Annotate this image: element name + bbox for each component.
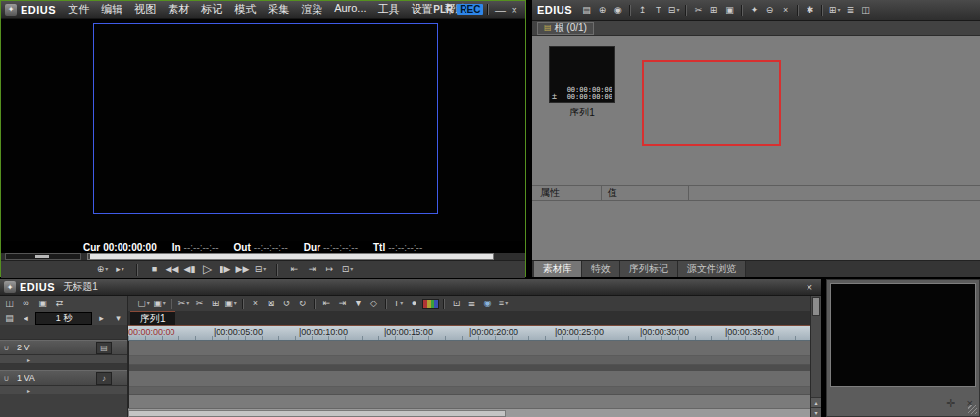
property-column-header[interactable]: 属性 bbox=[532, 186, 602, 200]
jog-slider[interactable] bbox=[5, 253, 81, 260]
minimize-button[interactable]: — bbox=[493, 4, 507, 16]
goto-out-button[interactable]: ⇥ bbox=[305, 263, 319, 276]
delete-clip-icon[interactable]: × bbox=[248, 298, 263, 310]
remove-icon[interactable]: ⊖ bbox=[762, 4, 777, 17]
save-project-icon[interactable]: ▣▾ bbox=[152, 298, 167, 310]
clip-item[interactable]: ± 00:00:00:00 00:00:00:00 序列1 bbox=[548, 46, 616, 119]
timeline-menu-icon[interactable]: ≡▾ bbox=[496, 298, 511, 310]
tab-effects[interactable]: 特效 bbox=[582, 261, 620, 277]
next-frame-button[interactable]: ▮▶ bbox=[218, 263, 232, 276]
redo-icon[interactable]: ↻ bbox=[295, 298, 310, 310]
dropdown-arrow-icon[interactable]: ▾ bbox=[147, 298, 150, 310]
scroll-up-button[interactable]: ▴ bbox=[811, 397, 821, 407]
create-title-icon[interactable]: T bbox=[651, 4, 665, 17]
horizontal-scrollbar-thumb[interactable] bbox=[128, 410, 506, 417]
copy-clip-icon[interactable]: ⊞ bbox=[208, 298, 222, 310]
send-to-timeline-icon[interactable]: ⊟▾ bbox=[666, 4, 681, 17]
stop-button[interactable]: ■ bbox=[147, 263, 162, 276]
dropdown-arrow-icon[interactable]: ▾ bbox=[350, 263, 353, 276]
dropdown-arrow-icon[interactable]: ▾ bbox=[122, 263, 124, 276]
delete-icon[interactable]: × bbox=[778, 4, 793, 17]
timescale-preset-icon[interactable]: ▤ bbox=[2, 312, 17, 325]
scrollbar-track[interactable] bbox=[811, 317, 821, 397]
track-layout-icon[interactable]: ◫ bbox=[2, 298, 17, 310]
plr-button[interactable]: PLR bbox=[429, 4, 457, 15]
ripple-delete-icon[interactable]: ⊠ bbox=[264, 298, 278, 310]
resize-grip[interactable] bbox=[968, 405, 977, 414]
menu-view[interactable]: 视图 bbox=[128, 2, 162, 17]
colorbar-icon[interactable]: ▦ bbox=[422, 299, 439, 309]
sync-lock-icon[interactable]: ∞ bbox=[19, 298, 33, 310]
undo-icon[interactable]: ↺ bbox=[279, 298, 294, 310]
patch-icon[interactable]: ⇄ bbox=[52, 298, 67, 310]
zoom-out-button[interactable]: ◂ bbox=[19, 312, 33, 325]
ripple-cut-icon[interactable]: ✂ bbox=[192, 298, 207, 310]
dropdown-arrow-icon[interactable]: ▾ bbox=[163, 298, 166, 310]
tab-bin[interactable]: 素材库 bbox=[534, 261, 582, 277]
vertical-scrollbar-thumb[interactable] bbox=[812, 297, 820, 316]
timeline-lanes[interactable] bbox=[128, 341, 810, 408]
create-title-icon[interactable]: T▾ bbox=[391, 298, 406, 310]
menu-mode[interactable]: 模式 bbox=[228, 2, 262, 17]
timeline-empty-area[interactable] bbox=[128, 395, 810, 408]
vertical-scrollbar[interactable]: ▴ ▾ bbox=[810, 296, 821, 417]
paste-clip-icon[interactable]: ▣▾ bbox=[223, 298, 238, 310]
track-header-2v[interactable]: ∪ 2 V ▤ bbox=[0, 340, 127, 355]
value-column-header[interactable]: 值 bbox=[602, 186, 689, 200]
set-out-icon[interactable]: ⇥ bbox=[335, 298, 350, 310]
capture-record-icon[interactable]: ◉ bbox=[480, 298, 495, 310]
view-detail-icon[interactable]: ≣ bbox=[843, 4, 858, 17]
timescale-value[interactable]: 1 秒 bbox=[35, 312, 92, 325]
search-icon[interactable]: ⊕ bbox=[595, 4, 610, 17]
dropdown-arrow-icon[interactable]: ▾ bbox=[234, 298, 237, 310]
display-mode-button[interactable]: ⊟▾ bbox=[253, 263, 268, 276]
track-expander[interactable]: ▸ bbox=[0, 355, 127, 364]
track-lane-2v-sub[interactable] bbox=[128, 356, 810, 365]
menu-auro[interactable]: Auro... bbox=[328, 2, 371, 17]
folder-tree-icon[interactable]: ◫ bbox=[858, 4, 873, 17]
track-lock-icon[interactable]: ∪ bbox=[0, 374, 13, 383]
dropdown-arrow-icon[interactable]: ▾ bbox=[400, 298, 403, 310]
new-sequence-icon[interactable]: ▢▾ bbox=[136, 298, 151, 310]
dropdown-arrow-icon[interactable]: ▾ bbox=[505, 298, 508, 310]
cut-clip-icon[interactable]: ✂▾ bbox=[176, 298, 191, 310]
play-button[interactable]: ▷ bbox=[200, 263, 215, 276]
track-expander[interactable]: ▸ bbox=[0, 386, 127, 394]
options-icon[interactable]: ✛ bbox=[946, 397, 955, 410]
camera-icon[interactable]: ▣ bbox=[35, 298, 50, 310]
pin-icon[interactable]: ✦ bbox=[747, 4, 761, 17]
menu-tools[interactable]: 工具 bbox=[372, 2, 406, 17]
track-lock-icon[interactable]: ∪ bbox=[0, 344, 13, 352]
horizontal-scrollbar[interactable] bbox=[128, 408, 810, 417]
bin-content-area[interactable]: ± 00:00:00:00 00:00:00:00 序列1 属性 值 bbox=[532, 36, 980, 260]
goto-in-button[interactable]: ⇤ bbox=[287, 263, 302, 276]
capture-icon[interactable]: ◉ bbox=[611, 4, 625, 17]
folder-path[interactable]: ▤ 根 (0/1) bbox=[537, 22, 594, 35]
playback-cursor-button[interactable]: ▸▾ bbox=[113, 263, 127, 276]
audio-output-icon[interactable]: ♪ bbox=[96, 372, 112, 385]
menu-capture[interactable]: 采集 bbox=[262, 2, 295, 17]
timeline-ruler[interactable]: 00:00:00:00|00:00:05:00|00:00:10:00|00:0… bbox=[128, 325, 810, 341]
view-thumbnail-icon[interactable]: ⊞▾ bbox=[827, 4, 842, 17]
close-button[interactable]: × bbox=[802, 281, 817, 293]
dropdown-arrow-icon[interactable]: ▾ bbox=[263, 263, 266, 276]
tab-sequence-marker[interactable]: 序列标记 bbox=[620, 261, 678, 277]
video-output-icon[interactable]: ▤ bbox=[96, 342, 112, 354]
next-edit-point-button[interactable]: ↦ bbox=[322, 263, 337, 276]
position-bar[interactable] bbox=[87, 253, 494, 260]
track-lane-1va-sub[interactable] bbox=[128, 387, 810, 395]
rewind-button[interactable]: ◀◀ bbox=[165, 263, 179, 276]
menu-render[interactable]: 渲染 bbox=[295, 2, 328, 17]
menu-marker[interactable]: 标记 bbox=[195, 2, 228, 17]
add-cut-point-icon[interactable]: ▼ bbox=[351, 298, 366, 310]
export-icon[interactable]: ⊡ bbox=[449, 298, 464, 310]
menu-edit[interactable]: 编辑 bbox=[95, 2, 128, 17]
position-marker[interactable] bbox=[88, 254, 90, 259]
timescale-menu-icon[interactable]: ▾ bbox=[111, 312, 125, 325]
dropdown-arrow-icon[interactable]: ▾ bbox=[105, 263, 108, 276]
menu-file[interactable]: 文件 bbox=[62, 2, 95, 17]
scroll-down-button[interactable]: ▾ bbox=[811, 407, 821, 417]
clip-thumbnail[interactable]: ± 00:00:00:00 00:00:00:00 bbox=[549, 46, 615, 103]
zoom-tool-button[interactable]: ⊕▾ bbox=[95, 263, 110, 276]
properties-icon[interactable]: ✱ bbox=[803, 4, 817, 17]
